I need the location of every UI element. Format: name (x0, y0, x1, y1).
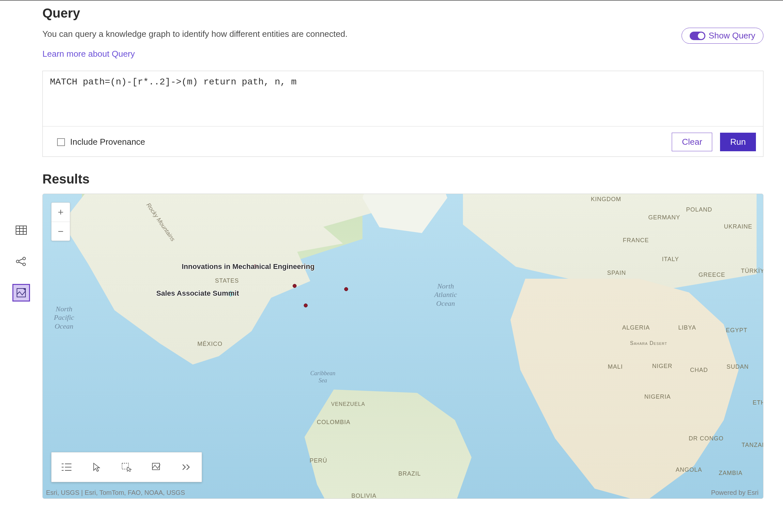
country-label: UKRAINE (724, 223, 752, 230)
toolbar-more-button[interactable] (171, 453, 201, 482)
map-marker[interactable] (293, 284, 296, 288)
zoom-out-button[interactable]: − (52, 222, 70, 240)
country-label: STATES (215, 277, 239, 284)
svg-line-9 (19, 262, 23, 264)
select-rectangle-icon (121, 463, 132, 472)
toolbar-pointer-button[interactable] (82, 453, 112, 482)
country-label: TANZANIA (742, 442, 763, 448)
pointer-icon (93, 463, 100, 472)
region-label-sahara: Sahara Desert (630, 340, 667, 346)
country-label: NIGERIA (644, 394, 671, 400)
country-label: LIBYA (678, 324, 696, 331)
map-icon (16, 288, 26, 298)
ocean-label-caribbean: Caribbean Sea (310, 370, 335, 384)
country-label: ITALY (662, 256, 679, 263)
checkbox-unchecked-icon[interactable] (57, 138, 65, 146)
map-attribution-left: Esri, USGS | Esri, TomTom, FAO, NOAA, US… (46, 489, 185, 496)
toggle-on-icon (690, 32, 706, 40)
country-label: BOLIVIA (351, 493, 376, 499)
country-label: POLAND (686, 206, 712, 213)
country-label: KINGDOM (591, 196, 621, 203)
run-button[interactable]: Run (720, 133, 756, 151)
map-marker-label: Innovations in Mechanical Engineering (182, 262, 314, 271)
show-query-label: Show Query (709, 31, 755, 41)
query-title: Query (42, 6, 763, 21)
sidebar-map-view[interactable] (13, 285, 29, 301)
query-description: You can query a knowledge graph to ident… (42, 28, 347, 40)
country-label: ANGOLA (676, 466, 702, 473)
map-marker-label: Sales Associate Summit (156, 289, 239, 298)
country-label: SUDAN (726, 363, 749, 370)
country-label: EGYPT (726, 327, 747, 334)
country-label: ALGERIA (622, 324, 650, 331)
ocean-label-north-pacific: North Pacific Ocean (54, 305, 74, 331)
learn-more-link[interactable]: Learn more about Query (42, 49, 135, 59)
results-title: Results (42, 172, 763, 187)
map-toolbar (51, 452, 202, 482)
country-label: DR CONGO (689, 435, 724, 442)
country-label: MALI (608, 363, 623, 370)
country-label: ZAMBIA (719, 470, 743, 476)
country-label: VENEZUELA (331, 401, 365, 407)
include-provenance-row[interactable]: Include Provenance (50, 137, 145, 147)
svg-rect-0 (16, 226, 26, 234)
query-panel: Include Provenance Clear Run (42, 71, 763, 157)
country-label: NIGER (652, 363, 672, 370)
country-label: BRAZIL (398, 470, 421, 477)
clear-button[interactable]: Clear (672, 133, 712, 151)
map-attribution-right: Powered by Esri (711, 489, 758, 496)
toolbar-legend-button[interactable] (52, 453, 82, 482)
country-label: GERMANY (648, 214, 680, 221)
sidebar-table-view[interactable] (13, 222, 29, 238)
zoom-in-button[interactable]: + (52, 203, 70, 222)
select-lasso-icon (152, 463, 161, 472)
main-panel: Query You can query a knowledge graph to… (42, 1, 783, 532)
country-label: COLOMBIA (317, 419, 350, 426)
country-label: GREECE (698, 271, 725, 278)
zoom-control: + − (51, 202, 70, 241)
show-query-toggle[interactable]: Show Query (682, 28, 763, 44)
include-provenance-label: Include Provenance (70, 137, 145, 147)
ocean-label-north-atlantic: North Atlantic Ocean (434, 282, 457, 308)
results-map[interactable]: North Pacific Ocean North Atlantic Ocean… (42, 194, 763, 499)
country-label: ETHIOPIA (753, 399, 763, 406)
map-marker[interactable] (304, 303, 308, 307)
toolbar-select-rectangle-button[interactable] (112, 453, 142, 482)
svg-point-7 (23, 263, 26, 266)
country-label: MÉXICO (197, 341, 222, 347)
svg-line-8 (19, 259, 23, 261)
query-description-block: You can query a knowledge graph to ident… (42, 28, 347, 59)
country-label: PERÚ (310, 457, 327, 464)
legend-icon (62, 463, 71, 471)
map-marker[interactable] (344, 287, 348, 291)
sidebar-graph-view[interactable] (13, 254, 29, 269)
country-label: FRANCE (623, 237, 649, 244)
view-sidebar (0, 1, 42, 532)
query-input[interactable] (43, 71, 763, 127)
country-label: CHAD (690, 367, 708, 373)
country-label: SPAIN (607, 270, 626, 276)
table-icon (15, 226, 27, 235)
country-label: TÜRKİYE (741, 268, 763, 274)
link-chart-icon (15, 257, 27, 266)
chevrons-right-icon (182, 464, 191, 470)
svg-point-6 (23, 257, 26, 260)
toolbar-select-lasso-button[interactable] (142, 453, 171, 482)
